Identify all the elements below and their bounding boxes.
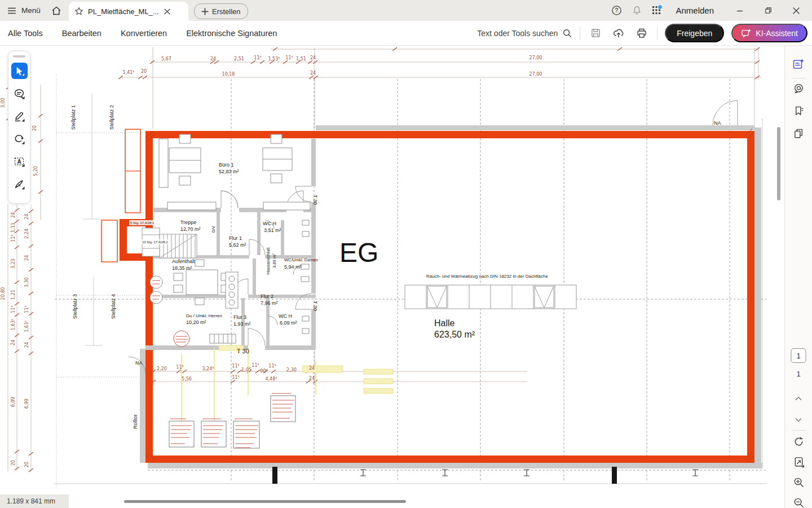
bookmarks-button[interactable]	[791, 103, 806, 119]
save-button[interactable]	[588, 25, 603, 41]
dim: 24	[210, 56, 216, 62]
ai-summary-button[interactable]	[791, 56, 806, 72]
drag-handle[interactable]	[13, 55, 25, 58]
star-icon[interactable]	[74, 7, 83, 16]
titlebar: Menü PL_Mietfläche_ML_... Erstellen ? An…	[0, 0, 812, 21]
zoom-in-icon	[793, 476, 805, 488]
dim: 11⁵	[232, 375, 239, 380]
page-number-input[interactable]	[791, 348, 806, 363]
bookmark-icon	[793, 105, 805, 117]
tab-close-icon[interactable]	[164, 8, 171, 15]
toolbar-nav: Alle Tools Bearbeiten Konvertieren Elekt…	[8, 29, 277, 38]
create-button[interactable]: Erstellen	[194, 3, 248, 19]
room-name-damen: WC/Umkl. Damen	[284, 257, 318, 262]
restore-icon	[764, 6, 773, 15]
floor-label: EG	[339, 238, 378, 268]
tool-comment-button[interactable]	[11, 85, 28, 102]
dim: 1,11	[11, 222, 16, 233]
ai-chat-icon	[741, 28, 751, 38]
tab-title: PL_Mietfläche_ML_...	[88, 7, 159, 16]
document-tab[interactable]: PL_Mietfläche_ML_...	[69, 2, 188, 21]
home-button[interactable]	[51, 0, 62, 21]
page-total-label: 1	[796, 370, 800, 378]
room-name-aufenthalt: Aufenthalt	[172, 259, 195, 264]
home-icon	[51, 5, 62, 16]
comment-icon	[14, 88, 25, 99]
rotate-button[interactable]	[791, 433, 806, 449]
tool-edit-button[interactable]	[11, 108, 28, 124]
label-stellplatz-1: Stellplatz 1	[70, 105, 76, 130]
printer-icon	[636, 28, 647, 39]
fit-page-button[interactable]	[791, 454, 806, 470]
room-area-hausanschluss: 3,89 m²	[272, 253, 277, 268]
room-area-flur2: 7,96 m²	[261, 300, 278, 306]
pages-button[interactable]	[791, 125, 806, 141]
door-label-t30-2: T 30	[312, 301, 318, 311]
room-name-wch2: WC H	[279, 313, 292, 319]
pencil-icon	[14, 111, 25, 122]
dim: 2,30	[286, 367, 297, 373]
floor-plan-canvas[interactable]: EG Büro 1 52,83 m² Treppe 12,70 m² Flur …	[0, 0, 812, 508]
ai-assistant-button[interactable]: KI-Assistent	[731, 24, 807, 42]
room-area-aufenthalt: 18,35 m²	[172, 265, 192, 271]
dim: 1,21	[11, 290, 16, 300]
nav-alle-tools[interactable]: Alle Tools	[8, 29, 43, 38]
dim: 11⁵	[24, 305, 29, 313]
upload-button[interactable]	[611, 25, 626, 41]
plus-icon	[201, 8, 209, 15]
text-select-icon: A	[14, 156, 25, 167]
tool-draw-button[interactable]	[11, 130, 28, 147]
restore-button[interactable]	[757, 0, 779, 21]
search-input[interactable]: Text oder Tools suchen	[477, 28, 572, 38]
signin-button[interactable]: Anmelden	[676, 6, 714, 15]
dim: 20	[24, 462, 29, 467]
dim: 5,20	[33, 166, 38, 176]
skylight-strip	[405, 285, 576, 309]
dim: 24	[24, 255, 29, 261]
share-button[interactable]: Freigeben	[665, 24, 724, 42]
dim: 4,48⁵	[265, 376, 277, 382]
nav-bearbeiten[interactable]: Bearbeiten	[62, 29, 102, 38]
zoom-out-button[interactable]	[791, 494, 806, 508]
search-label: Text oder Tools suchen	[477, 29, 558, 38]
status-page-size: 1.189 x 841 mm	[0, 494, 69, 508]
label-na-right: NA	[714, 120, 721, 126]
close-button[interactable]	[785, 0, 807, 21]
help-button[interactable]: ?	[609, 3, 624, 18]
tool-fill-sign-button[interactable]	[11, 176, 28, 192]
room-area-flur3: 1,93 m²	[233, 321, 251, 327]
right-panel: 1	[784, 45, 812, 508]
tool-select-button[interactable]	[11, 63, 28, 79]
fit-page-icon	[793, 456, 805, 468]
notifications-button[interactable]	[629, 3, 644, 18]
comments-button[interactable]	[791, 80, 806, 96]
dim: 24	[310, 71, 316, 76]
horizontal-scrollbar[interactable]	[124, 500, 406, 503]
minimize-button[interactable]	[729, 0, 751, 21]
menu-button[interactable]: Menü	[7, 0, 41, 21]
room-area-wch1: 3,51 m²	[264, 227, 281, 233]
apps-button[interactable]	[650, 3, 664, 18]
dim: 24	[24, 342, 29, 348]
print-button[interactable]	[634, 25, 650, 41]
roof-note: Rauch- und Wärmeabzug nach DIN 18232 in …	[426, 274, 548, 279]
nav-e-signaturen[interactable]: Elektronische Signaturen	[186, 29, 277, 38]
room-area-buero1: 52,83 m²	[219, 169, 239, 174]
dim: 24	[11, 212, 16, 218]
label-na-left: NA	[135, 360, 143, 366]
page-up-button[interactable]	[791, 391, 806, 406]
label-stellplatz-4: Stellplatz 4	[111, 294, 116, 319]
divider	[657, 27, 657, 40]
copy-pages-icon	[793, 128, 805, 139]
label-dv: D/V	[211, 226, 215, 233]
comment-bubble-icon	[793, 82, 805, 94]
dim: 3,30	[24, 277, 29, 287]
zoom-in-button[interactable]	[791, 474, 806, 490]
label-stellplatz-2: Stellplatz 2	[109, 105, 114, 130]
page-down-button[interactable]	[791, 412, 806, 428]
vertical-scrollbar[interactable]	[777, 127, 780, 200]
room-area-wch2: 6,09 m²	[280, 320, 297, 326]
tool-text-select-button[interactable]: A	[11, 153, 28, 169]
dim: 6,99	[11, 397, 16, 407]
nav-konvertieren[interactable]: Konvertieren	[121, 29, 167, 38]
